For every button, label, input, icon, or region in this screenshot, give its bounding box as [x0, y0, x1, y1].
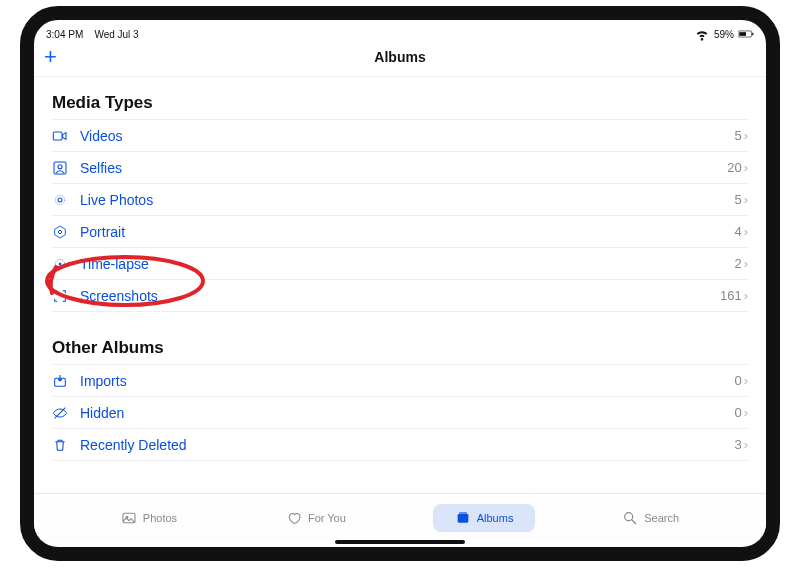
row-count: 2: [734, 256, 741, 271]
albums-icon: [455, 510, 471, 526]
row-label: Hidden: [80, 405, 734, 421]
chevron-right-icon: ›: [744, 224, 748, 239]
section-media-types-header: Media Types: [52, 93, 748, 113]
photos-icon: [121, 510, 137, 526]
svg-line-18: [632, 520, 636, 524]
row-label: Portrait: [80, 224, 734, 240]
tab-photos[interactable]: Photos: [99, 504, 199, 532]
chevron-right-icon: ›: [744, 288, 748, 303]
svg-rect-16: [459, 512, 467, 514]
row-label: Time-lapse: [80, 256, 734, 272]
tab-foryou[interactable]: For You: [264, 504, 368, 532]
svg-rect-4: [54, 162, 66, 174]
tab-label: Search: [644, 512, 679, 524]
portrait-icon: [52, 224, 74, 240]
chevron-right-icon: ›: [744, 405, 748, 420]
row-count: 5: [734, 128, 741, 143]
svg-rect-1: [739, 32, 746, 36]
imports-icon: [52, 373, 74, 389]
chevron-right-icon: ›: [744, 437, 748, 452]
tab-label: For You: [308, 512, 346, 524]
row-livephotos[interactable]: Live Photos 5 ›: [52, 183, 748, 215]
row-count: 20: [727, 160, 741, 175]
row-label: Imports: [80, 373, 734, 389]
row-count: 161: [720, 288, 742, 303]
row-count: 3: [734, 437, 741, 452]
chevron-right-icon: ›: [744, 192, 748, 207]
tab-label: Photos: [143, 512, 177, 524]
row-label: Live Photos: [80, 192, 734, 208]
row-videos[interactable]: Videos 5 ›: [52, 119, 748, 151]
tab-bar: Photos For You Albums Search: [34, 493, 766, 541]
status-bar: 3:04 PM Wed Jul 3 59%: [34, 20, 766, 44]
row-imports[interactable]: Imports 0 ›: [52, 364, 748, 396]
video-icon: [52, 128, 74, 144]
row-label: Screenshots: [80, 288, 720, 304]
search-icon: [622, 510, 638, 526]
svg-point-8: [58, 230, 61, 233]
status-battery: 59%: [714, 29, 734, 40]
trash-icon: [52, 437, 74, 453]
chevron-right-icon: ›: [744, 128, 748, 143]
foryou-icon: [286, 510, 302, 526]
chevron-right-icon: ›: [744, 256, 748, 271]
svg-point-6: [58, 198, 62, 202]
row-count: 0: [734, 373, 741, 388]
home-indicator[interactable]: [335, 540, 465, 544]
chevron-right-icon: ›: [744, 373, 748, 388]
svg-rect-2: [752, 33, 753, 35]
row-count: 4: [734, 224, 741, 239]
row-label: Selfies: [80, 160, 727, 176]
row-timelapse[interactable]: Time-lapse 2 ›: [52, 247, 748, 279]
selfie-icon: [52, 160, 74, 176]
chevron-right-icon: ›: [744, 160, 748, 175]
battery-icon: [738, 26, 754, 42]
row-screenshots[interactable]: Screenshots 161 ›: [52, 279, 748, 311]
hidden-icon: [52, 405, 74, 421]
svg-point-10: [59, 262, 62, 265]
nav-header: + Albums: [34, 44, 766, 77]
row-label: Videos: [80, 128, 734, 144]
svg-point-5: [58, 164, 62, 168]
tab-search[interactable]: Search: [600, 504, 701, 532]
status-time: 3:04 PM: [46, 29, 83, 40]
svg-rect-15: [457, 514, 468, 523]
row-count: 5: [734, 192, 741, 207]
tab-albums[interactable]: Albums: [433, 504, 536, 532]
add-button[interactable]: +: [44, 46, 57, 68]
timelapse-icon: [52, 256, 74, 272]
row-selfies[interactable]: Selfies 20 ›: [52, 151, 748, 183]
live-photos-icon: [52, 192, 74, 208]
svg-point-17: [625, 512, 633, 520]
row-recently-deleted[interactable]: Recently Deleted 3 ›: [52, 428, 748, 460]
page-title: Albums: [34, 49, 766, 65]
ipad-frame: 3:04 PM Wed Jul 3 59% + Albums Media Typ…: [20, 6, 780, 561]
row-count: 0: [734, 405, 741, 420]
row-label: Recently Deleted: [80, 437, 734, 453]
svg-rect-3: [53, 132, 62, 140]
status-date: Wed Jul 3: [94, 29, 138, 40]
content-area: Media Types Videos 5 › Selfies 20 › Live…: [34, 77, 766, 507]
section-other-albums-header: Other Albums: [52, 338, 748, 358]
svg-point-7: [55, 195, 64, 204]
row-hidden[interactable]: Hidden 0 ›: [52, 396, 748, 428]
wifi-icon: [694, 26, 710, 42]
screenshot-icon: [52, 288, 74, 304]
tab-label: Albums: [477, 512, 514, 524]
row-portrait[interactable]: Portrait 4 ›: [52, 215, 748, 247]
